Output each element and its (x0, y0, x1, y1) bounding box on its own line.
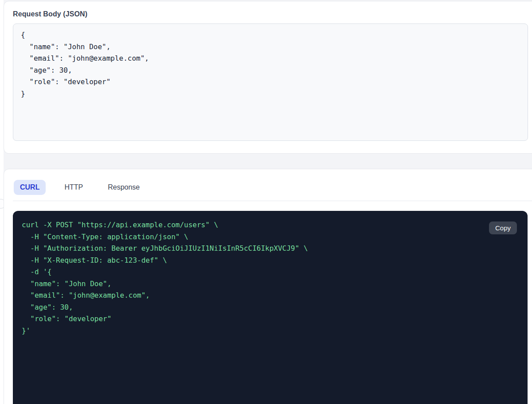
tab-http[interactable]: HTTP (58, 180, 89, 195)
curl-code-block: curl -X POST "https://api.example.com/us… (13, 211, 528, 404)
tab-response[interactable]: Response (102, 180, 146, 195)
code-preview-card: CURL HTTP Response curl -X POST "https:/… (4, 169, 532, 404)
request-body-label: Request Body (JSON) (13, 10, 532, 18)
request-body-card: Request Body (JSON) { "name": "John Doe"… (4, 1, 532, 154)
request-body-json-input[interactable]: { "name": "John Doe", "email": "john@exa… (13, 23, 528, 141)
tabs-divider (13, 201, 532, 201)
curl-command-text: curl -X POST "https://api.example.com/us… (22, 219, 519, 337)
copy-button[interactable]: Copy (489, 221, 517, 234)
code-tabs: CURL HTTP Response (14, 180, 532, 195)
tab-curl[interactable]: CURL (14, 180, 46, 195)
